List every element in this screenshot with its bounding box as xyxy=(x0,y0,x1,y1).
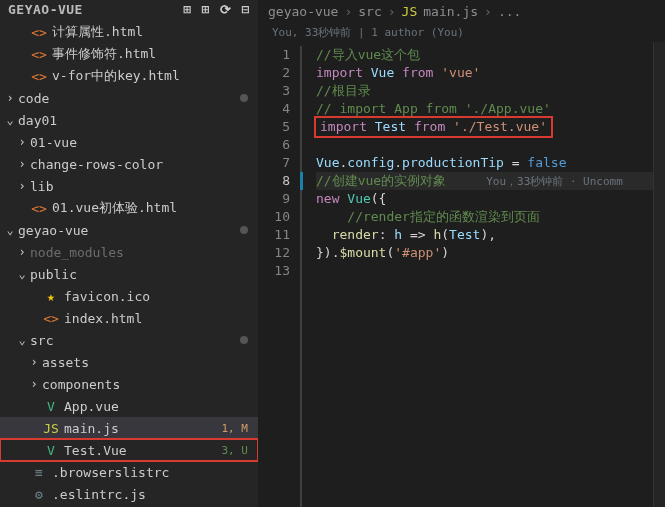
explorer-sidebar: GEYAO-VUE ⊞ ⊞ ⟳ ⊟ <>计算属性.html <>事件修饰符.ht… xyxy=(0,0,258,507)
crumb-folder[interactable]: src xyxy=(358,4,381,19)
line-number: 10 xyxy=(258,208,290,226)
crumb-file[interactable]: main.js xyxy=(423,4,478,19)
tree-item[interactable]: ›01-vue xyxy=(0,131,258,153)
gitlens-authorship: You, 33秒钟前 | 1 author (You) xyxy=(258,22,665,42)
code-line[interactable] xyxy=(316,262,653,280)
tree-item[interactable]: <>计算属性.html xyxy=(0,21,258,43)
tree-item[interactable]: <>事件修饰符.html xyxy=(0,43,258,65)
line-number: 13 xyxy=(258,262,290,280)
tree-item-label: App.vue xyxy=(64,399,258,414)
tree-item-label: code xyxy=(18,91,240,106)
tree-item[interactable]: ⌄geyao-vue xyxy=(0,219,258,241)
crumb-more[interactable]: ... xyxy=(498,4,521,19)
html-icon: <> xyxy=(30,25,48,40)
line-number: 6 xyxy=(258,136,290,154)
tree-item-label: 01-vue xyxy=(30,135,258,150)
tree-item-label: assets xyxy=(42,355,258,370)
tree-item-label: index.html xyxy=(64,311,258,326)
chevron-right-icon: › xyxy=(484,4,492,19)
tree-item[interactable]: ⚙.eslintrc.js xyxy=(0,483,258,505)
tree-item-label: v-for中的key.html xyxy=(52,67,258,85)
tree-item[interactable]: VApp.vue xyxy=(0,395,258,417)
tree-item[interactable]: ⌄day01 xyxy=(0,109,258,131)
refresh-icon[interactable]: ⟳ xyxy=(220,2,232,17)
tree-item[interactable]: ›lib xyxy=(0,175,258,197)
tree-item[interactable]: <>01.vue初体验.html xyxy=(0,197,258,219)
tree-item[interactable]: <>index.html xyxy=(0,307,258,329)
line-number: 12 xyxy=(258,244,290,262)
chevron-icon: ⌄ xyxy=(4,223,16,237)
code-line[interactable]: //根目录 xyxy=(316,82,653,100)
minimap[interactable] xyxy=(653,42,665,507)
vue-icon: V xyxy=(42,443,60,458)
line-gutter: 12345678910111213 xyxy=(258,42,300,507)
tree-item[interactable]: ⌄src xyxy=(0,329,258,351)
code-line[interactable]: //导入vue这个包 xyxy=(316,46,653,64)
code-line[interactable]: Vue.config.productionTip = false xyxy=(316,154,653,172)
tree-item[interactable]: ≡.browserslistrc xyxy=(0,461,258,483)
breadcrumb[interactable]: geyao-vue › src › JS main.js › ... xyxy=(258,0,665,22)
tree-item[interactable]: ›code xyxy=(0,87,258,109)
new-folder-icon[interactable]: ⊞ xyxy=(202,2,210,17)
tree-item[interactable]: ›change-rows-color xyxy=(0,153,258,175)
code-line[interactable] xyxy=(316,136,653,154)
tree-item-label: favicon.ico xyxy=(64,289,258,304)
file-tree: <>计算属性.html <>事件修饰符.html <>v-for中的key.ht… xyxy=(0,21,258,507)
code-line[interactable]: //render指定的函数渲染到页面 xyxy=(316,208,653,226)
code-line[interactable]: import Test from './Test.vue' xyxy=(316,118,653,136)
tree-item-label: 01.vue初体验.html xyxy=(52,199,258,217)
code-line[interactable]: //创建vue的实例对象You，33秒钟前 · Uncomm xyxy=(316,172,653,190)
code-line[interactable]: import Vue from 'vue' xyxy=(316,64,653,82)
html-icon: <> xyxy=(30,69,48,84)
line-number: 2 xyxy=(258,64,290,82)
collapse-icon[interactable]: ⊟ xyxy=(242,2,250,17)
dirty-indicator xyxy=(240,226,248,234)
chevron-icon: › xyxy=(16,157,28,171)
line-number: 9 xyxy=(258,190,290,208)
tree-item[interactable]: ★favicon.ico xyxy=(0,285,258,307)
line-number: 1 xyxy=(258,46,290,64)
star-icon: ★ xyxy=(42,289,60,304)
tree-item-label: main.js xyxy=(64,421,222,436)
tree-item[interactable]: ›components xyxy=(0,373,258,395)
line-number: 4 xyxy=(258,100,290,118)
chevron-icon: › xyxy=(16,135,28,149)
git-badge: 1, M xyxy=(222,422,249,435)
code-line[interactable]: }).$mount('#app') xyxy=(316,244,653,262)
chevron-icon: › xyxy=(28,377,40,391)
tree-item[interactable]: <>v-for中的key.html xyxy=(0,65,258,87)
tree-item[interactable]: ⌄public xyxy=(0,263,258,285)
tree-item-label: components xyxy=(42,377,258,392)
chevron-icon: › xyxy=(28,355,40,369)
tree-item-label: 计算属性.html xyxy=(52,23,258,41)
chevron-right-icon: › xyxy=(388,4,396,19)
editor-pane: geyao-vue › src › JS main.js › ... You, … xyxy=(258,0,665,507)
js-icon: JS xyxy=(42,421,60,436)
tree-item-label: day01 xyxy=(18,113,258,128)
explorer-actions: ⊞ ⊞ ⟳ ⊟ xyxy=(184,2,250,17)
explorer-header: GEYAO-VUE ⊞ ⊞ ⟳ ⊟ xyxy=(0,0,258,21)
tree-item[interactable]: ›assets xyxy=(0,351,258,373)
code-content[interactable]: //导入vue这个包import Vue from 'vue'//根目录// i… xyxy=(300,42,653,507)
dirty-indicator xyxy=(240,336,248,344)
line-number: 8 xyxy=(258,172,290,190)
crumb-folder[interactable]: geyao-vue xyxy=(268,4,338,19)
code-area[interactable]: 12345678910111213 //导入vue这个包import Vue f… xyxy=(258,42,665,507)
git-change-marker xyxy=(300,172,303,190)
tree-item-label: 事件修饰符.html xyxy=(52,45,258,63)
code-line[interactable]: new Vue({ xyxy=(316,190,653,208)
html-icon: <> xyxy=(30,47,48,62)
tree-item-label: src xyxy=(30,333,240,348)
tree-item[interactable]: VTest.Vue3, U xyxy=(0,439,258,461)
tree-item[interactable]: JSmain.js1, M xyxy=(0,417,258,439)
tree-item-label: geyao-vue xyxy=(18,223,240,238)
html-icon: <> xyxy=(30,201,48,216)
line-number: 11 xyxy=(258,226,290,244)
code-line[interactable]: render: h => h(Test), xyxy=(316,226,653,244)
git-badge: 3, U xyxy=(222,444,249,457)
html-icon: <> xyxy=(42,311,60,326)
new-file-icon[interactable]: ⊞ xyxy=(184,2,192,17)
code-line[interactable]: // import App from './App.vue' xyxy=(316,100,653,118)
tree-item[interactable]: ›node_modules xyxy=(0,241,258,263)
tree-item-label: lib xyxy=(30,179,258,194)
